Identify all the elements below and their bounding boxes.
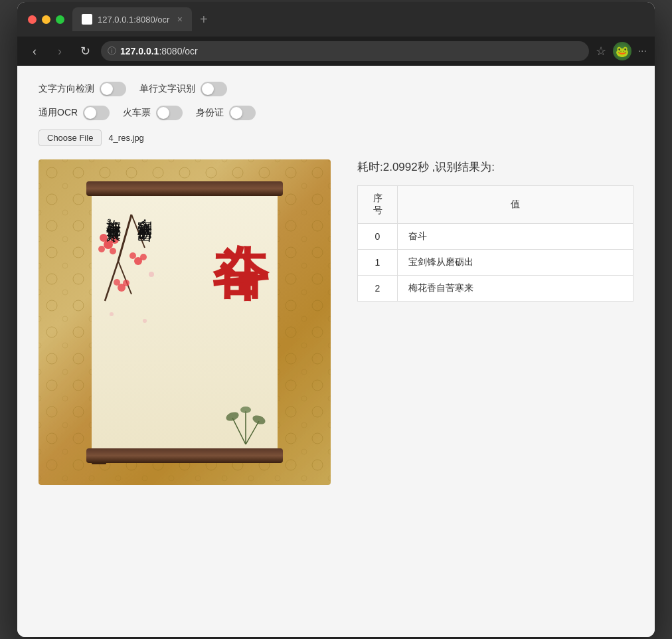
svg-point-28 — [252, 414, 267, 426]
url-path: :8080/ocr — [159, 46, 197, 56]
active-tab[interactable]: 127.0.0.1:8080/ocr × — [72, 7, 192, 31]
tab-title: 127.0.0.1:8080/ocr — [98, 15, 169, 25]
scroll-rod-bottom — [92, 450, 278, 462]
address-bar-right: ☆ 🐸 ··· — [596, 42, 647, 60]
svg-point-27 — [225, 411, 240, 422]
toggle-single-line-label: 单行文字识别 — [139, 83, 195, 95]
cell-index: 0 — [358, 224, 398, 250]
close-button[interactable] — [28, 15, 37, 24]
result-title: 耗时:2.0992秒 ,识别结果为: — [357, 159, 633, 175]
cell-value: 梅花香自苦寒来 — [398, 276, 633, 302]
title-bar: 127.0.0.1:8080/ocr × + — [17, 2, 655, 37]
table-row: 1宝剑锋从磨砺出 — [358, 250, 633, 276]
menu-button[interactable]: ··· — [638, 45, 647, 57]
cell-value: 宝剑锋从磨砺出 — [398, 250, 633, 276]
cell-value: 奋斗 — [398, 224, 633, 250]
url-display: 127.0.0.1:8080/ocr — [120, 46, 198, 56]
result-table: 序号 值 0奋斗1宝剑锋从磨砺出2梅花香自苦寒来 — [357, 185, 633, 302]
svg-line-24 — [232, 418, 246, 444]
new-tab-button[interactable]: + — [200, 12, 208, 27]
page-content: 文字方向检测 单行文字识别 通用OCR 火车票 身份证 — [17, 66, 655, 637]
toggle-general-ocr-switch[interactable] — [83, 106, 110, 120]
toggle-text-direction: 文字方向检测 — [39, 82, 126, 96]
toggle-id-card: 身份证 — [196, 106, 256, 120]
results-area: 耗时:2.0992秒 ,识别结果为: 序号 值 0奋斗1宝剑锋从磨砺出2梅花香自… — [357, 159, 633, 302]
tab-favicon — [82, 14, 92, 25]
ocr-image: 奋斗 梅花香自苦寒来。 宝剑锋从磨砺出， — [39, 159, 331, 485]
extension-icon[interactable]: 🐸 — [613, 42, 631, 60]
traffic-lights — [28, 15, 64, 24]
image-container: 奋斗 梅花香自苦寒来。 宝剑锋从磨砺出， — [39, 159, 331, 485]
minimize-button[interactable] — [42, 15, 50, 24]
tab-area: 127.0.0.1:8080/ocr × + — [72, 7, 644, 31]
security-icon: ⓘ — [108, 45, 116, 57]
file-row: Choose File 4_res.jpg — [39, 130, 633, 146]
chinese-col-2: 宝剑锋从磨砺出， — [135, 208, 153, 443]
toggle-text-direction-label: 文字方向检测 — [39, 83, 94, 95]
toggle-train-ticket-switch[interactable] — [156, 106, 183, 120]
svg-line-25 — [246, 421, 259, 444]
address-bar: ‹ › ↻ ⓘ 127.0.0.1:8080/ocr ☆ 🐸 ··· — [17, 37, 655, 66]
table-header-row: 序号 值 — [358, 186, 633, 224]
table-row: 0奋斗 — [358, 224, 633, 250]
svg-point-29 — [240, 407, 251, 413]
controls-row-2: 通用OCR 火车票 身份证 — [39, 106, 633, 120]
toggle-general-ocr: 通用OCR — [39, 106, 110, 120]
toggle-text-direction-switch[interactable] — [100, 82, 126, 96]
refresh-button[interactable]: ↻ — [76, 45, 94, 57]
toggle-single-line-switch[interactable] — [201, 82, 227, 96]
col-header-index: 序号 — [358, 186, 398, 224]
address-input[interactable]: ⓘ 127.0.0.1:8080/ocr — [101, 41, 589, 61]
toggle-general-ocr-label: 通用OCR — [39, 107, 78, 119]
url-host: 127.0.0.1 — [120, 46, 159, 56]
choose-file-button[interactable]: Choose File — [39, 130, 102, 146]
file-name-label: 4_res.jpg — [108, 133, 143, 143]
chinese-text-columns: 梅花香自苦寒来。 宝剑锋从磨砺出， — [105, 208, 153, 443]
toggle-train-ticket-label: 火车票 — [123, 107, 151, 119]
toggle-id-card-label: 身份证 — [196, 107, 224, 119]
svg-point-13 — [98, 246, 105, 252]
table-row: 2梅花香自苦寒来 — [358, 276, 633, 302]
plant-decoration — [219, 405, 272, 444]
cell-index: 1 — [358, 250, 398, 276]
forward-button[interactable]: › — [50, 45, 69, 57]
scroll-body: 奋斗 梅花香自苦寒来。 宝剑锋从磨砺出， — [92, 195, 278, 450]
main-area: 奋斗 梅花香自苦寒来。 宝剑锋从磨砺出， — [39, 159, 633, 485]
maximize-button[interactable] — [56, 15, 64, 24]
controls-row-1: 文字方向检测 单行文字识别 — [39, 82, 633, 96]
scroll-painting: 奋斗 梅花香自苦寒来。 宝剑锋从磨砺出， — [92, 183, 278, 462]
toggle-single-line: 单行文字识别 — [139, 82, 227, 96]
cell-index: 2 — [358, 276, 398, 302]
bookmark-icon[interactable]: ☆ — [596, 44, 606, 58]
toggle-train-ticket: 火车票 — [123, 106, 183, 120]
toggle-id-card-switch[interactable] — [229, 106, 256, 120]
back-button[interactable]: ‹ — [25, 45, 44, 57]
scroll-rod-top — [92, 183, 278, 195]
col-header-value: 值 — [398, 186, 633, 224]
chinese-col-1: 梅花香自苦寒来。 — [105, 208, 122, 443]
browser-window: 127.0.0.1:8080/ocr × + ‹ › ↻ ⓘ 127.0.0.1… — [17, 2, 655, 637]
tab-close-button[interactable]: × — [177, 14, 183, 25]
